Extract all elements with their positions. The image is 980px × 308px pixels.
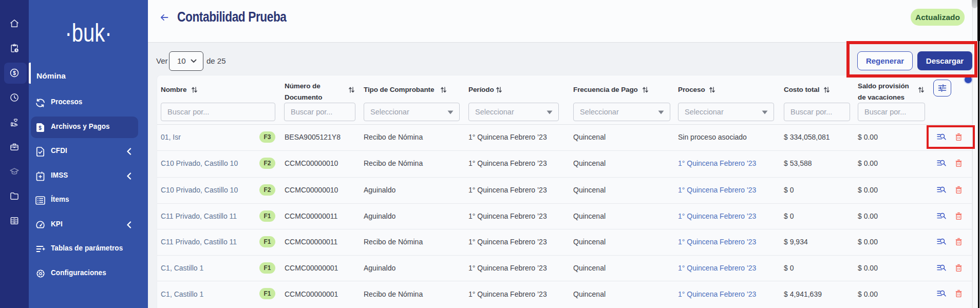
svg-text:$: $	[13, 70, 16, 76]
svg-text:$: $	[39, 125, 42, 131]
